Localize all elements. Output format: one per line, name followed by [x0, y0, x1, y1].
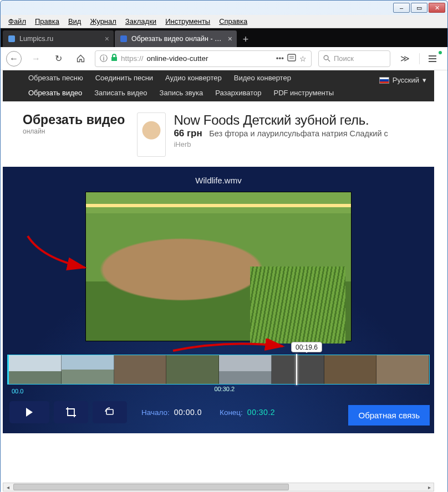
menu-file[interactable]: Файл — [5, 16, 29, 27]
timeline-playhead[interactable] — [296, 354, 297, 385]
tab-favicon-icon — [120, 35, 127, 42]
ad-title: Now Foods Детский зубной гель. — [174, 112, 388, 128]
search-icon — [323, 55, 330, 62]
scroll-left-icon[interactable]: ◂ — [3, 483, 12, 491]
timeline-frame — [376, 355, 429, 384]
ad-source: iHerb — [174, 140, 388, 148]
page-viewport: Обрезать песню Соединить песни Аудио кон… — [1, 70, 447, 492]
svg-rect-0 — [288, 54, 296, 61]
timeline-frame — [166, 355, 219, 384]
start-time-value[interactable]: 00:00.0 — [174, 408, 202, 417]
flag-ru-icon — [379, 77, 389, 84]
crop-button[interactable] — [54, 401, 88, 423]
nav-audio-converter[interactable]: Аудио конвертер — [165, 74, 222, 82]
rotate-button[interactable] — [93, 401, 127, 423]
video-timeline[interactable] — [7, 355, 430, 385]
scrollbar-thumb[interactable] — [13, 484, 289, 490]
hamburger-menu-button[interactable] — [426, 51, 442, 66]
video-filename: Wildlife.wmv — [3, 176, 434, 185]
end-time-label: Конец: — [220, 408, 243, 417]
window-close-button[interactable]: ✕ — [429, 3, 445, 13]
crop-icon — [65, 407, 77, 418]
search-placeholder: Поиск — [334, 54, 354, 63]
timeline-frame — [62, 355, 114, 384]
menu-help[interactable]: Справка — [216, 16, 251, 27]
nav-cut-song[interactable]: Обрезать песню — [28, 74, 83, 82]
nav-unarchiver[interactable]: Разархиватор — [215, 89, 261, 97]
timeline-frame — [9, 355, 62, 384]
window-titlebar[interactable]: – ▭ ✕ — [1, 1, 447, 15]
play-button[interactable] — [9, 401, 49, 423]
search-box[interactable]: Поиск — [318, 50, 390, 67]
horizontal-scrollbar[interactable]: ◂ ▸ — [3, 483, 434, 491]
new-tab-button[interactable]: + — [238, 32, 253, 47]
menu-view[interactable]: Вид — [65, 16, 85, 27]
end-time-value[interactable]: 00:30.2 — [247, 408, 275, 417]
page-header-row: Обрезать видео онлайн Now Foods Детский … — [3, 101, 434, 167]
url-host: online-video-cutter — [147, 54, 208, 63]
overflow-button[interactable]: ≫ — [397, 51, 413, 66]
tab-label: Обрезать видео онлайн - обр — [131, 35, 223, 43]
tab-video-cutter[interactable]: Обрезать видео онлайн - обр × — [115, 30, 237, 47]
tab-close-icon[interactable]: × — [228, 34, 232, 43]
window-minimize-button[interactable]: – — [393, 3, 410, 13]
browser-window: – ▭ ✕ Файл Правка Вид Журнал Закладки Ин… — [0, 0, 448, 492]
navbar: ← → ↻ ⓘ https://online-video-cutter ••• … — [1, 47, 447, 70]
rotate-icon — [104, 407, 116, 417]
tab-favicon-icon — [8, 35, 15, 42]
menu-history[interactable]: Журнал — [86, 16, 119, 27]
update-badge-icon — [439, 51, 442, 54]
video-preview[interactable] — [85, 192, 352, 341]
nav-record-audio[interactable]: Запись звука — [160, 89, 203, 97]
site-top-nav: Обрезать песню Соединить песни Аудио кон… — [3, 70, 434, 101]
scroll-right-icon[interactable]: ▸ — [425, 483, 434, 491]
timeline-frame — [219, 355, 272, 384]
page-actions-icon[interactable]: ••• — [276, 54, 284, 63]
home-icon — [76, 54, 85, 63]
menu-tools[interactable]: Инструменты — [162, 16, 213, 27]
feedback-button[interactable]: Обратная связь — [348, 405, 430, 426]
bookmark-star-icon[interactable]: ☆ — [299, 54, 307, 63]
menu-bookmarks[interactable]: Закладки — [122, 16, 160, 27]
forward-button[interactable]: → — [28, 51, 44, 66]
language-label: Русский — [393, 76, 419, 84]
nav-pdf-tools[interactable]: PDF инструменты — [274, 89, 334, 97]
playhead-time-tooltip: 00:19.6 — [291, 342, 322, 352]
reload-button[interactable]: ↻ — [50, 51, 66, 66]
tab-strip: Lumpics.ru × Обрезать видео онлайн - обр… — [1, 28, 447, 47]
tab-close-icon[interactable]: × — [105, 34, 109, 43]
url-protocol: https:// — [121, 54, 144, 63]
ad-price: 66 грн — [174, 128, 202, 139]
nav-video-converter[interactable]: Видео конвертер — [234, 74, 291, 82]
svg-rect-8 — [106, 409, 113, 414]
ad-block[interactable]: Now Foods Детский зубной гель. 66 грн Бе… — [137, 112, 388, 157]
chevron-down-icon: ▾ — [422, 76, 426, 84]
lock-icon[interactable] — [111, 54, 118, 63]
nav-join-songs[interactable]: Соединить песни — [95, 74, 153, 82]
menu-edit[interactable]: Правка — [32, 16, 63, 27]
play-icon — [26, 408, 33, 417]
menu-icon — [428, 55, 437, 63]
nav-cut-video[interactable]: Обрезать видео — [28, 89, 82, 97]
timeline-frame — [324, 355, 377, 384]
tab-lumpics[interactable]: Lumpics.ru × — [3, 30, 114, 47]
tab-label: Lumpics.ru — [19, 35, 100, 43]
timeline-mid-label: 00:30.2 — [214, 386, 235, 392]
timeline-start-label: 00.0 — [12, 388, 23, 394]
video-editor: Wildlife.wmv 00:19.6 — [3, 167, 434, 433]
window-maximize-button[interactable]: ▭ — [411, 3, 427, 13]
nav-record-video[interactable]: Записать видео — [94, 89, 147, 97]
site-info-icon[interactable]: ⓘ — [100, 54, 108, 64]
url-bar[interactable]: ⓘ https://online-video-cutter ••• ☆ — [95, 50, 312, 67]
annotation-arrow-icon — [25, 233, 91, 272]
back-button[interactable]: ← — [6, 51, 22, 66]
ad-description: Без фтора и лаурилсульфата натрия Сладки… — [209, 129, 388, 138]
menubar: Файл Правка Вид Журнал Закладки Инструме… — [1, 15, 447, 28]
language-selector[interactable]: Русский ▾ — [379, 76, 426, 84]
reader-mode-icon[interactable] — [287, 54, 296, 63]
page-subtitle: онлайн — [23, 127, 125, 135]
home-button[interactable] — [73, 51, 88, 66]
ad-thumbnail — [137, 112, 166, 157]
page-title: Обрезать видео — [23, 112, 125, 127]
svg-point-3 — [324, 55, 328, 60]
